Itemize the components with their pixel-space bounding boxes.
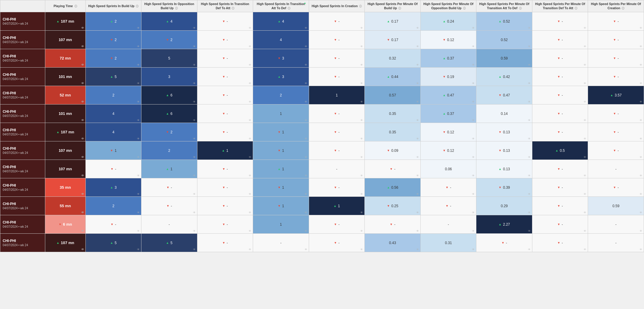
eye-icon[interactable]: 👁: [249, 174, 251, 177]
eye-icon[interactable]: 👁: [81, 63, 84, 66]
eye-icon[interactable]: 👁: [584, 230, 586, 232]
eye-icon[interactable]: 👁: [640, 137, 642, 140]
eye-icon[interactable]: 👁: [528, 45, 531, 48]
eye-icon[interactable]: 👁: [360, 193, 363, 196]
eye-icon[interactable]: 👁: [305, 230, 307, 232]
eye-icon[interactable]: 👁: [528, 230, 531, 232]
eye-icon[interactable]: 👁: [360, 63, 363, 66]
eye-icon[interactable]: 👁: [528, 137, 531, 140]
eye-icon[interactable]: 👁: [528, 82, 531, 85]
eye-icon[interactable]: 👁: [416, 156, 419, 159]
eye-icon[interactable]: 👁: [81, 211, 84, 214]
eye-icon[interactable]: 👁: [584, 174, 586, 177]
eye-icon[interactable]: 👁: [472, 26, 475, 29]
eye-icon[interactable]: 👁: [640, 63, 642, 66]
eye-icon[interactable]: 👁: [360, 119, 363, 122]
eye-icon[interactable]: 👁: [472, 211, 475, 214]
eye-icon[interactable]: 👁: [81, 137, 84, 140]
eye-icon[interactable]: 👁: [81, 82, 84, 85]
eye-icon[interactable]: 👁: [81, 45, 84, 48]
eye-icon[interactable]: 👁: [584, 211, 586, 214]
eye-icon[interactable]: 👁: [305, 211, 307, 214]
eye-icon[interactable]: 👁: [249, 156, 251, 159]
col-header-hs-pm-trans-att-def[interactable]: High Speed Sprints Per Minute Of Transit…: [476, 0, 532, 12]
eye-icon[interactable]: 👁: [193, 119, 196, 122]
eye-icon[interactable]: 👁: [416, 230, 419, 232]
eye-icon[interactable]: 👁: [81, 174, 84, 177]
eye-icon[interactable]: 👁: [249, 193, 251, 196]
eye-icon[interactable]: 👁: [584, 100, 586, 103]
eye-icon[interactable]: 👁: [640, 193, 642, 196]
col-header-hs-trans-def-att[interactable]: High Speed Sprints In Transition Def To …: [197, 0, 253, 12]
eye-icon[interactable]: 👁: [584, 45, 586, 48]
eye-icon[interactable]: 👁: [137, 174, 140, 177]
eye-icon[interactable]: 👁: [640, 26, 642, 29]
eye-icon[interactable]: 👁: [360, 174, 363, 177]
eye-icon[interactable]: 👁: [528, 211, 531, 214]
eye-icon[interactable]: 👁: [472, 248, 475, 251]
eye-icon[interactable]: 👁: [193, 156, 196, 159]
eye-icon[interactable]: 👁: [416, 45, 419, 48]
eye-icon[interactable]: 👁: [81, 156, 84, 159]
col-header-hs-opp-buildup[interactable]: High Speed Sprints In Opposition Build U…: [141, 0, 197, 12]
eye-icon[interactable]: 👁: [137, 82, 140, 85]
eye-icon[interactable]: 👁: [137, 211, 140, 214]
eye-icon[interactable]: 👁: [640, 156, 642, 159]
col-header-hs-creation[interactable]: High Speed Sprints In Creation ⓘ: [309, 0, 365, 12]
eye-icon[interactable]: 👁: [137, 45, 140, 48]
eye-icon[interactable]: 👁: [528, 26, 531, 29]
eye-icon[interactable]: 👁: [584, 248, 586, 251]
eye-icon[interactable]: 👁: [81, 119, 84, 122]
eye-icon[interactable]: 👁: [472, 63, 475, 66]
eye-icon[interactable]: 👁: [360, 211, 363, 214]
eye-icon[interactable]: 👁: [81, 230, 84, 232]
eye-icon[interactable]: 👁: [137, 63, 140, 66]
eye-icon[interactable]: 👁: [360, 156, 363, 159]
eye-icon[interactable]: 👁: [193, 174, 196, 177]
eye-icon[interactable]: 👁: [584, 63, 586, 66]
eye-icon[interactable]: 👁: [249, 26, 251, 29]
eye-icon[interactable]: 👁: [640, 230, 642, 232]
eye-icon[interactable]: 👁: [249, 230, 251, 232]
eye-icon[interactable]: 👁: [249, 119, 251, 122]
eye-icon[interactable]: 👁: [81, 248, 84, 251]
eye-icon[interactable]: 👁: [137, 193, 140, 196]
eye-icon[interactable]: 👁: [305, 248, 307, 251]
eye-icon[interactable]: 👁: [640, 248, 642, 251]
eye-icon[interactable]: 👁: [137, 156, 140, 159]
eye-icon[interactable]: 👁: [249, 248, 251, 251]
eye-icon[interactable]: 👁: [360, 137, 363, 140]
eye-icon[interactable]: 👁: [472, 156, 475, 159]
eye-icon[interactable]: 👁: [584, 193, 586, 196]
eye-icon[interactable]: 👁: [305, 100, 307, 103]
eye-icon[interactable]: 👁: [472, 174, 475, 177]
eye-icon[interactable]: 👁: [472, 193, 475, 196]
eye-icon[interactable]: 👁: [81, 193, 84, 196]
eye-icon[interactable]: 👁: [528, 156, 531, 159]
eye-icon[interactable]: 👁: [416, 174, 419, 177]
eye-icon[interactable]: 👁: [193, 100, 196, 103]
eye-icon[interactable]: 👁: [360, 45, 363, 48]
eye-icon[interactable]: 👁: [584, 82, 586, 85]
eye-icon[interactable]: 👁: [640, 174, 642, 177]
eye-icon[interactable]: 👁: [305, 119, 307, 122]
col-header-hs-pm-opp-buildup[interactable]: High Speed Sprints Per Minute Of Opposit…: [420, 0, 476, 12]
eye-icon[interactable]: 👁: [193, 193, 196, 196]
eye-icon[interactable]: 👁: [528, 63, 531, 66]
col-header-hs-buildup[interactable]: High Speed Sprints In Build Up ⓘ: [85, 0, 141, 12]
eye-icon[interactable]: 👁: [137, 119, 140, 122]
eye-icon[interactable]: 👁: [528, 193, 531, 196]
eye-icon[interactable]: 👁: [305, 193, 307, 196]
col-header-hs-trans-att-def[interactable]: ▲ High Speed Sprints In Transition Att T…: [253, 0, 309, 12]
col-header-hs-pm-creation[interactable]: High Speed Sprints Per Minute Of Creatio…: [588, 0, 644, 12]
eye-icon[interactable]: 👁: [472, 119, 475, 122]
eye-icon[interactable]: 👁: [416, 63, 419, 66]
eye-icon[interactable]: 👁: [640, 100, 642, 103]
eye-icon[interactable]: 👁: [472, 230, 475, 232]
eye-icon[interactable]: 👁: [249, 137, 251, 140]
col-header-hs-pm-trans-def-att[interactable]: High Speed Sprints Per Minute Of Transit…: [532, 0, 588, 12]
eye-icon[interactable]: 👁: [360, 82, 363, 85]
eye-icon[interactable]: 👁: [360, 26, 363, 29]
col-header-playing-time[interactable]: Playing Time ⓘ: [45, 0, 85, 12]
eye-icon[interactable]: 👁: [416, 26, 419, 29]
